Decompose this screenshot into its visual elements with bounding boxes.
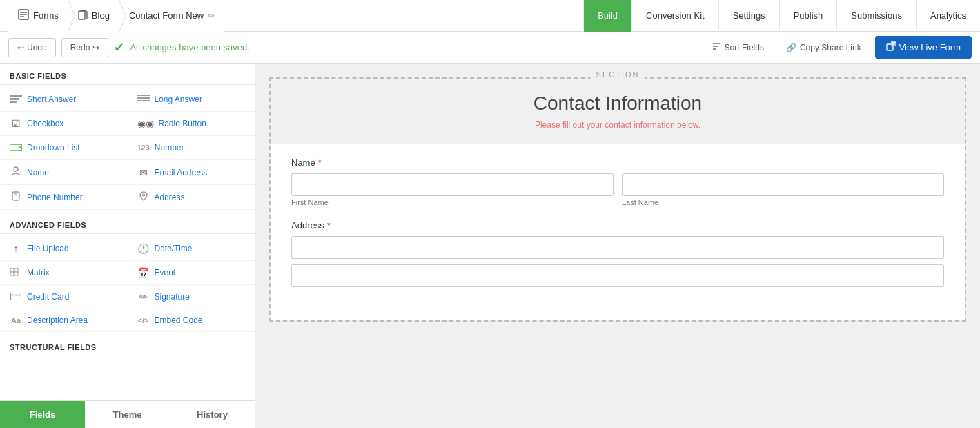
field-checkbox[interactable]: ☑ Checkbox	[0, 112, 128, 136]
tab-analytics[interactable]: Analytics	[916, 0, 980, 32]
sidebar-history-label: History	[197, 409, 228, 420]
field-phone[interactable]: Phone Number	[0, 185, 128, 210]
link-icon: 🔗	[786, 43, 796, 52]
long-answer-icon	[137, 94, 150, 105]
field-datetime[interactable]: 🕐 Date/Time	[128, 237, 255, 261]
undo-icon: ↩	[17, 43, 24, 52]
advanced-fields-grid: ↑ File Upload 🕐 Date/Time Matrix 📅 Event	[0, 234, 255, 335]
field-event[interactable]: 📅 Event	[128, 261, 255, 285]
blog-label: Blog	[92, 10, 110, 21]
breadcrumb-forms[interactable]: Forms	[8, 0, 68, 32]
tab-publish[interactable]: Publish	[779, 0, 837, 32]
svg-rect-24	[14, 268, 18, 271]
tab-submissions-label: Submissions	[851, 10, 902, 21]
view-live-form-button[interactable]: View Live Form	[875, 36, 972, 59]
share-label: Copy Share Link	[800, 43, 861, 52]
svg-rect-27	[11, 293, 21, 300]
svg-rect-26	[14, 272, 18, 275]
address-line1-input[interactable]	[291, 236, 944, 259]
field-file-upload[interactable]: ↑ File Upload	[0, 237, 128, 261]
redo-icon: ↪	[92, 43, 99, 52]
field-number[interactable]: 123 Number	[128, 136, 255, 160]
sidebar-fields-label: Fields	[30, 409, 56, 420]
structural-fields-title: Structural Fields	[0, 335, 255, 356]
field-credit-card[interactable]: Credit Card	[0, 285, 128, 309]
svg-rect-20	[12, 192, 19, 200]
sidebar-tab-fields[interactable]: Fields	[0, 401, 85, 428]
phone-icon	[10, 191, 22, 203]
svg-rect-11	[10, 98, 19, 100]
save-status: ✔ All changes have been saved.	[114, 40, 249, 55]
field-dropdown-label: Dropdown List	[27, 143, 80, 153]
tab-build[interactable]: Build	[583, 0, 631, 32]
address-label-text: Address	[291, 220, 324, 231]
redo-label: Redo	[70, 43, 90, 52]
sidebar-tab-theme[interactable]: Theme	[85, 401, 170, 428]
advanced-fields-title: Advanced Fields	[0, 213, 255, 234]
tab-conversion-kit[interactable]: Conversion Kit	[631, 0, 718, 32]
field-address[interactable]: Address	[128, 185, 255, 210]
field-event-label: Event	[155, 268, 176, 278]
last-name-wrapper: Last Name	[622, 173, 944, 206]
datetime-icon: 🕐	[137, 243, 150, 254]
field-short-answer-label: Short Answer	[27, 95, 76, 104]
field-signature[interactable]: ✏ Signature	[128, 285, 255, 309]
description-icon: Aa	[10, 316, 22, 324]
field-radio-label: Radio Button	[159, 119, 206, 128]
field-description[interactable]: Aa Description Area	[0, 309, 128, 332]
tab-settings[interactable]: Settings	[718, 0, 779, 32]
field-radio-button[interactable]: ◉◉ Radio Button	[128, 112, 255, 136]
form-name-label: Contact Form New	[129, 10, 204, 21]
sidebar-footer: Fields Theme History	[0, 400, 255, 428]
sidebar-tab-history[interactable]: History	[170, 401, 255, 428]
field-short-answer[interactable]: Short Answer	[0, 88, 128, 112]
field-embed-label: Embed Code	[155, 315, 203, 325]
dropdown-icon	[10, 142, 22, 153]
field-signature-label: Signature	[155, 292, 190, 302]
tab-submissions[interactable]: Submissions	[836, 0, 916, 32]
field-email[interactable]: ✉ Email Address	[128, 160, 255, 185]
section-container[interactable]: SECTION Contact Information Please fill …	[269, 77, 966, 322]
breadcrumb-form-name[interactable]: Contact Form New ✏	[119, 0, 224, 32]
edit-icon[interactable]: ✏	[208, 11, 215, 21]
top-nav: Forms Blog Contact Form New ✏ Build Conv…	[0, 0, 980, 32]
field-checkbox-label: Checkbox	[27, 119, 63, 128]
sidebar: Basic Fields Short Answer Long Answer ☑ …	[0, 64, 255, 428]
toolbar: ↩ Undo Redo ↪ ✔ All changes have been sa…	[0, 32, 980, 64]
field-name-label: Name	[27, 168, 49, 177]
sort-icon	[712, 41, 721, 53]
email-icon: ✉	[137, 167, 150, 178]
redo-button[interactable]: Redo ↪	[61, 38, 109, 57]
address-line2-input[interactable]	[291, 264, 944, 287]
address-field-group: Address *	[291, 220, 944, 293]
field-datetime-label: Date/Time	[155, 244, 193, 253]
field-long-answer[interactable]: Long Answer	[128, 88, 255, 112]
form-subtitle: Please fill out your contact information…	[284, 120, 951, 130]
basic-fields-title: Basic Fields	[0, 64, 255, 85]
external-link-icon	[886, 41, 896, 53]
field-matrix[interactable]: Matrix	[0, 261, 128, 285]
first-name-input[interactable]	[291, 173, 614, 196]
sort-label: Sort Fields	[725, 43, 764, 52]
name-field-label: Name *	[291, 157, 944, 168]
field-phone-label: Phone Number	[27, 193, 83, 202]
address-field-label: Address *	[291, 220, 944, 231]
copy-share-link-button[interactable]: 🔗 Copy Share Link	[778, 39, 870, 57]
first-name-wrapper: First Name	[291, 173, 614, 206]
breadcrumb-blog[interactable]: Blog	[68, 0, 119, 32]
field-embed-code[interactable]: </> Embed Code	[128, 309, 255, 332]
undo-button[interactable]: ↩ Undo	[8, 38, 56, 57]
sort-fields-button[interactable]: Sort Fields	[703, 37, 772, 57]
short-answer-icon	[10, 94, 22, 105]
form-header: Contact Information Please fill out your…	[271, 79, 965, 144]
forms-label: Forms	[33, 10, 59, 21]
field-dropdown-list[interactable]: Dropdown List	[0, 136, 128, 160]
breadcrumb: Forms Blog Contact Form New ✏	[0, 0, 583, 32]
undo-label: Undo	[27, 43, 47, 52]
svg-line-18	[20, 146, 21, 148]
name-icon	[10, 166, 22, 178]
number-icon: 123	[137, 144, 150, 152]
last-name-input[interactable]	[622, 173, 944, 196]
field-name[interactable]: Name	[0, 160, 128, 185]
event-icon: 📅	[137, 267, 150, 278]
